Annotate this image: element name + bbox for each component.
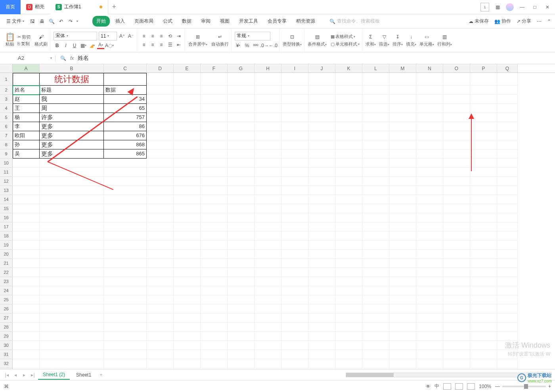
cell[interactable] <box>335 314 362 323</box>
cell[interactable] <box>362 73 389 86</box>
cell[interactable] <box>335 277 362 286</box>
cell[interactable] <box>335 295 362 304</box>
cell[interactable] <box>497 250 518 259</box>
cell[interactable] <box>335 341 362 350</box>
cell[interactable] <box>389 122 416 131</box>
cell[interactable] <box>13 177 40 186</box>
cell[interactable] <box>335 140 362 149</box>
sheet-next-icon[interactable]: ▸ <box>21 372 28 378</box>
cell[interactable] <box>362 159 389 168</box>
format-painter-icon[interactable]: 🖌 <box>38 33 45 40</box>
cell[interactable]: 赵 <box>13 95 40 104</box>
cell[interactable] <box>228 286 255 295</box>
cell[interactable]: 吴 <box>13 149 40 159</box>
cell[interactable] <box>201 104 228 113</box>
row-header[interactable]: 27 <box>0 314 13 323</box>
cell[interactable] <box>201 186 228 195</box>
view-page-icon[interactable] <box>455 383 463 390</box>
cell[interactable] <box>40 304 104 314</box>
cell[interactable] <box>147 350 174 359</box>
cell[interactable] <box>335 131 362 140</box>
terminal-icon[interactable]: ⌘ <box>4 384 9 389</box>
cell[interactable] <box>228 159 255 168</box>
cell[interactable] <box>362 314 389 323</box>
cell[interactable] <box>308 113 335 122</box>
cell[interactable] <box>308 195 335 204</box>
cell[interactable] <box>335 86 362 95</box>
cell[interactable] <box>281 314 308 323</box>
fill-color-icon[interactable]: ◢▾ <box>88 42 96 49</box>
cell[interactable] <box>228 241 255 250</box>
cell[interactable] <box>308 186 335 195</box>
cell[interactable] <box>281 350 308 359</box>
cell[interactable] <box>308 222 335 231</box>
cell[interactable]: 757 <box>104 113 147 122</box>
cell[interactable] <box>281 323 308 332</box>
cell[interactable] <box>40 341 104 350</box>
cell[interactable] <box>470 231 497 241</box>
sheet-last-icon[interactable]: ▸| <box>29 372 36 378</box>
cell[interactable] <box>389 140 416 149</box>
cell[interactable] <box>416 186 443 195</box>
cell[interactable] <box>228 131 255 140</box>
cell[interactable] <box>147 241 174 250</box>
cell[interactable] <box>228 122 255 131</box>
sort-icon[interactable]: ↧ <box>394 33 401 40</box>
cell[interactable] <box>174 204 201 213</box>
cell[interactable] <box>40 195 104 204</box>
cell[interactable] <box>443 86 470 95</box>
cell[interactable]: 更多 <box>40 122 104 131</box>
cell[interactable] <box>147 86 174 95</box>
tab-workbook[interactable]: S 工作簿1 <box>50 0 108 14</box>
cell[interactable] <box>147 341 174 350</box>
cell[interactable] <box>174 277 201 286</box>
cell[interactable] <box>443 113 470 122</box>
cell[interactable] <box>104 241 147 250</box>
cell[interactable] <box>335 122 362 131</box>
cell[interactable] <box>362 168 389 177</box>
cell[interactable] <box>255 149 281 159</box>
cell[interactable] <box>174 213 201 222</box>
cell[interactable] <box>389 131 416 140</box>
view-break-icon[interactable] <box>467 383 475 390</box>
cell[interactable] <box>497 314 518 323</box>
tab-insert[interactable]: 插入 <box>111 16 129 27</box>
cell[interactable] <box>308 341 335 350</box>
cell[interactable] <box>308 286 335 295</box>
cell[interactable] <box>389 241 416 250</box>
cell[interactable] <box>389 195 416 204</box>
tab-formula[interactable]: 公式 <box>159 16 176 27</box>
cell[interactable] <box>228 222 255 231</box>
cell[interactable] <box>147 286 174 295</box>
unsaved-link[interactable]: ☁ 未保存 <box>469 18 489 25</box>
cell[interactable] <box>147 295 174 304</box>
cell[interactable] <box>335 213 362 222</box>
cell[interactable] <box>416 86 443 95</box>
cell[interactable] <box>174 250 201 259</box>
cell[interactable] <box>281 131 308 140</box>
cell[interactable] <box>255 213 281 222</box>
cell[interactable] <box>281 113 308 122</box>
cell[interactable] <box>228 341 255 350</box>
cell[interactable] <box>281 241 308 250</box>
cell[interactable] <box>228 350 255 359</box>
cell[interactable] <box>174 286 201 295</box>
cell[interactable] <box>470 241 497 250</box>
cell[interactable] <box>470 295 497 304</box>
row-header[interactable]: 25 <box>0 295 13 304</box>
cell[interactable] <box>147 250 174 259</box>
col-header-H[interactable]: H <box>255 64 281 73</box>
cell[interactable] <box>201 113 228 122</box>
cell[interactable] <box>335 186 362 195</box>
save-icon[interactable]: 🖫 <box>29 18 36 25</box>
merge-icon[interactable]: ⊞ <box>194 33 201 40</box>
cell[interactable] <box>497 231 518 241</box>
cell[interactable] <box>443 314 470 323</box>
cell[interactable] <box>40 204 104 213</box>
cut-button[interactable]: ✂ 剪切 <box>17 34 31 40</box>
cell[interactable]: 欧阳 <box>13 131 40 140</box>
cell[interactable] <box>255 140 281 149</box>
indent-right-icon[interactable]: ⇥ <box>175 33 182 40</box>
cell[interactable] <box>470 304 497 314</box>
wrap-icon[interactable]: ↵ <box>216 33 224 40</box>
